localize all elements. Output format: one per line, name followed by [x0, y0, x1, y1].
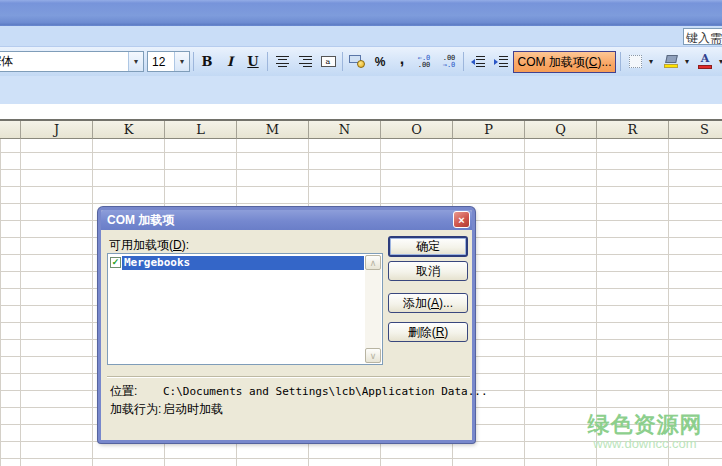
help-question-input[interactable]: 键入需: [683, 28, 722, 45]
divider: [107, 376, 470, 378]
increase-indent-button[interactable]: [490, 50, 512, 73]
window-titlebar[interactable]: [0, 0, 722, 26]
com-addins-dialog: COM 加载项 × 可用加载项(D): ✓Mergebooks ∧ ∨ 确定 取…: [98, 207, 475, 443]
addin-name: Mergebooks: [122, 256, 364, 270]
available-addins-label: 可用加载项(D):: [109, 237, 189, 254]
decrease-indent-button[interactable]: [467, 50, 489, 73]
column-header-Q[interactable]: Q: [525, 121, 597, 139]
listbox-scrollbar[interactable]: ∧ ∨: [365, 255, 381, 363]
location-label: 位置:: [110, 383, 163, 400]
close-icon[interactable]: ×: [453, 211, 470, 228]
column-header-R[interactable]: R: [597, 121, 669, 139]
column-header-S[interactable]: S: [669, 121, 722, 139]
align-right-button[interactable]: [294, 50, 316, 73]
excel-window: 键入需 宋体 ▾ 12 ▾ B I U a % ,: [0, 0, 722, 466]
font-size-value: 12: [152, 55, 174, 69]
column-header-L[interactable]: L: [165, 121, 237, 139]
fill-color-button[interactable]: [660, 50, 682, 73]
decrease-decimal-button[interactable]: .00 →.0: [438, 50, 460, 73]
underline-button[interactable]: U: [242, 50, 264, 73]
currency-icon: [349, 55, 365, 68]
com-addins-toolbar-button[interactable]: COM 加载项(C)...: [513, 51, 616, 73]
column-header-J[interactable]: J: [21, 121, 93, 139]
toolbar-upper-row: 键入需: [0, 26, 722, 47]
toolbar-separator: [193, 52, 194, 71]
spacer-band: [0, 104, 722, 119]
align-center-icon: [276, 56, 289, 67]
scroll-up-icon[interactable]: ∧: [365, 255, 381, 270]
font-size-combobox[interactable]: 12 ▾: [147, 51, 190, 72]
column-header-row: JKLMNOPQRS: [0, 119, 722, 139]
column-header-partial[interactable]: [0, 121, 21, 139]
load-behavior-label: 加载行为:: [110, 401, 163, 418]
chevron-down-icon[interactable]: ▾: [716, 50, 722, 73]
bold-button[interactable]: B: [196, 50, 218, 73]
remove-button[interactable]: 删除(R): [388, 322, 468, 342]
formula-bar-area: [0, 76, 722, 104]
percent-style-button[interactable]: %: [369, 50, 391, 73]
chevron-down-icon[interactable]: ▾: [682, 50, 692, 73]
font-color-button[interactable]: A: [694, 50, 716, 73]
column-header-M[interactable]: M: [237, 121, 309, 139]
bold-icon: B: [202, 54, 213, 69]
load-behavior-row: 加载行为:启动时加载: [110, 401, 223, 418]
location-row: 位置:C:\Documents and Settings\lcb\Applica…: [110, 383, 488, 400]
addin-list-item[interactable]: ✓Mergebooks: [109, 255, 364, 270]
decrease-decimal-icon: .00 →.0: [443, 55, 456, 69]
toolbar-separator: [267, 52, 268, 71]
toolbar-separator: [342, 52, 343, 71]
formatting-toolbar: 宋体 ▾ 12 ▾ B I U a % , ←.0: [0, 47, 722, 76]
dialog-titlebar[interactable]: COM 加载项: [101, 210, 472, 230]
currency-style-button[interactable]: [346, 50, 368, 73]
increase-decimal-icon: ←.0 .00: [418, 55, 431, 69]
toolbar-separator: [463, 52, 464, 71]
checkbox-icon[interactable]: ✓: [110, 257, 121, 268]
font-color-icon: A: [698, 54, 712, 69]
comma-style-button[interactable]: ,: [391, 50, 413, 73]
add-button[interactable]: 添加(A)...: [388, 293, 468, 313]
increase-indent-icon: [494, 56, 508, 67]
underline-icon: U: [247, 54, 258, 69]
load-behavior-value: 启动时加载: [163, 402, 223, 416]
borders-button[interactable]: [624, 50, 646, 73]
italic-button[interactable]: I: [219, 50, 241, 73]
column-header-O[interactable]: O: [381, 121, 453, 139]
italic-icon: I: [227, 54, 233, 69]
merge-center-button[interactable]: a: [317, 50, 339, 73]
column-header-N[interactable]: N: [309, 121, 381, 139]
column-header-P[interactable]: P: [453, 121, 525, 139]
cancel-button[interactable]: 取消: [388, 261, 468, 281]
chevron-down-icon[interactable]: ▾: [174, 52, 189, 71]
font-name-value: 宋体: [0, 53, 128, 70]
ok-button[interactable]: 确定: [388, 236, 468, 257]
location-value: C:\Documents and Settings\lcb\Applicatio…: [163, 385, 488, 398]
borders-icon: [629, 55, 642, 68]
chevron-down-icon[interactable]: ▾: [128, 52, 143, 71]
chevron-down-icon[interactable]: ▾: [646, 50, 656, 73]
fill-color-icon: [664, 55, 678, 68]
decrease-indent-icon: [471, 56, 485, 67]
comma-icon: ,: [400, 55, 404, 63]
percent-icon: %: [375, 55, 386, 69]
merge-center-icon: a: [321, 56, 336, 67]
scroll-down-icon[interactable]: ∨: [365, 348, 381, 363]
toolbar-separator: [620, 52, 621, 71]
addins-listbox[interactable]: ✓Mergebooks ∧ ∨: [107, 253, 383, 365]
column-header-K[interactable]: K: [93, 121, 165, 139]
increase-decimal-button[interactable]: ←.0 .00: [413, 50, 435, 73]
font-name-combobox[interactable]: 宋体 ▾: [0, 51, 144, 72]
align-right-icon: [299, 56, 312, 67]
align-center-button[interactable]: [271, 50, 293, 73]
